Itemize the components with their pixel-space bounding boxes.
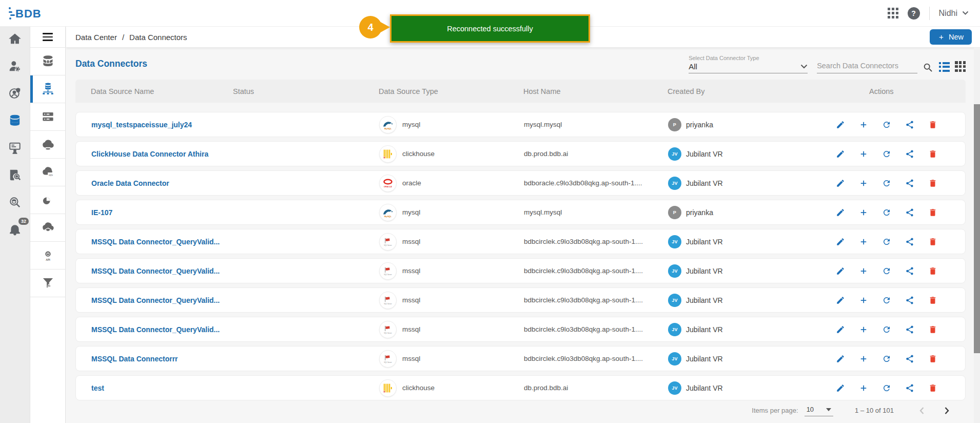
share-button[interactable]	[905, 266, 914, 276]
add-button[interactable]	[859, 325, 868, 334]
share-icon	[905, 266, 914, 276]
edit-button[interactable]	[836, 266, 845, 276]
breadcrumb-data-connectors[interactable]: Data Connectors	[129, 33, 187, 42]
refresh-button[interactable]	[882, 237, 891, 246]
menu-item-data-stores[interactable]	[30, 103, 65, 131]
menu-item-data-funnel[interactable]	[30, 270, 65, 297]
search-input[interactable]	[817, 60, 917, 73]
menu-item-api-connectors[interactable]	[30, 242, 65, 270]
connector-name-link[interactable]: MSSQL Data Connector_QueryValid...	[91, 267, 220, 275]
add-button[interactable]	[859, 179, 868, 188]
edit-button[interactable]	[836, 120, 845, 129]
add-plus-icon	[859, 120, 868, 129]
edit-button[interactable]	[836, 383, 845, 393]
delete-button[interactable]	[928, 354, 937, 363]
delete-button[interactable]	[928, 237, 937, 246]
add-button[interactable]	[859, 149, 868, 159]
add-button[interactable]	[859, 383, 868, 393]
apps-launcher-button[interactable]	[888, 8, 898, 18]
sidebar-item-home[interactable]	[7, 32, 23, 46]
bdb-logo[interactable]: BDB	[7, 5, 51, 22]
connector-type-select[interactable]: Select Data Connector Type All	[689, 55, 808, 73]
connector-name-link[interactable]: MSSQL Data Connectorrr	[91, 355, 178, 363]
add-button[interactable]	[859, 354, 868, 363]
grid-view-button[interactable]	[955, 61, 966, 72]
add-button[interactable]	[859, 296, 868, 305]
sidebar-item-user-info[interactable]	[7, 86, 23, 101]
search-button[interactable]	[923, 62, 934, 73]
add-button[interactable]	[859, 208, 868, 217]
previous-page-button[interactable]	[917, 406, 927, 415]
edit-button[interactable]	[836, 149, 845, 159]
edit-button[interactable]	[836, 354, 845, 363]
menu-item-data-center[interactable]	[30, 48, 65, 75]
menu-item-cloud-storage[interactable]	[30, 214, 65, 242]
user-menu[interactable]: Nidhi	[939, 9, 969, 18]
refresh-button[interactable]	[882, 325, 891, 334]
delete-button[interactable]	[928, 325, 937, 334]
refresh-button[interactable]	[882, 266, 891, 276]
menu-toggle-button[interactable]	[30, 27, 65, 48]
breadcrumb-data-center[interactable]: Data Center	[75, 33, 117, 42]
delete-button[interactable]	[928, 266, 937, 276]
items-per-page-select[interactable]: 10	[805, 405, 833, 416]
edit-button[interactable]	[836, 325, 845, 334]
refresh-button[interactable]	[882, 354, 891, 363]
refresh-button[interactable]	[882, 208, 891, 217]
connector-name-link[interactable]: test	[91, 384, 104, 392]
refresh-button[interactable]	[882, 120, 891, 129]
new-button[interactable]: New	[930, 29, 972, 45]
list-view-button[interactable]	[939, 62, 950, 72]
connector-name-link[interactable]: MSSQL Data Connector_QueryValid...	[91, 325, 220, 334]
delete-button[interactable]	[928, 179, 937, 188]
share-button[interactable]	[905, 325, 914, 334]
add-button[interactable]	[859, 237, 868, 246]
share-button[interactable]	[905, 208, 914, 217]
share-icon	[905, 179, 914, 188]
next-page-button[interactable]	[942, 406, 951, 415]
edit-button[interactable]	[836, 296, 845, 305]
edit-button[interactable]	[836, 237, 845, 246]
connector-name-link[interactable]: ClickHouse Data Connector Athira	[91, 150, 208, 158]
connector-name-link[interactable]: IE-107	[91, 208, 112, 217]
share-button[interactable]	[905, 237, 914, 246]
connector-name-link[interactable]: Oracle Data Connector	[91, 179, 169, 187]
share-button[interactable]	[905, 120, 914, 129]
refresh-button[interactable]	[882, 383, 891, 393]
add-plus-icon	[859, 354, 868, 363]
add-button[interactable]	[859, 120, 868, 129]
add-button[interactable]	[859, 266, 868, 276]
share-button[interactable]	[905, 354, 914, 363]
connector-name-link[interactable]: mysql_testspaceissue_july24	[91, 121, 192, 129]
menu-item-cloud-code[interactable]	[30, 159, 65, 186]
sidebar-item-data-center[interactable]	[7, 113, 23, 128]
sidebar-item-presentation[interactable]	[7, 141, 23, 155]
sidebar-item-notifications[interactable]: 32	[7, 222, 23, 237]
edit-button[interactable]	[836, 179, 845, 188]
help-button[interactable]: ?	[908, 7, 920, 20]
menu-item-data-connectors[interactable]	[30, 75, 65, 103]
refresh-button[interactable]	[882, 179, 891, 188]
menu-item-data-sandbox[interactable]	[30, 131, 65, 159]
share-button[interactable]	[905, 179, 914, 188]
connector-name-link[interactable]: MSSQL Data Connector_QueryValid...	[91, 238, 220, 246]
sidebar-item-user-settings[interactable]	[7, 59, 23, 73]
connector-name-link[interactable]: MSSQL Data Connector_QueryValid...	[91, 296, 220, 304]
share-button[interactable]	[905, 149, 914, 159]
delete-button[interactable]	[928, 120, 937, 129]
share-button[interactable]	[905, 296, 914, 305]
share-button[interactable]	[905, 383, 914, 393]
scrollbar-track[interactable]	[974, 48, 980, 423]
delete-button[interactable]	[928, 208, 937, 217]
refresh-button[interactable]	[882, 149, 891, 159]
menu-item-data-preparation[interactable]	[30, 186, 65, 214]
delete-button[interactable]	[928, 149, 937, 159]
edit-button[interactable]	[836, 208, 845, 217]
sidebar-item-data-catalog[interactable]	[7, 168, 23, 182]
column-header-data-source-type: Data Source Type	[379, 87, 523, 95]
refresh-button[interactable]	[882, 296, 891, 305]
scrollbar-thumb[interactable]	[974, 104, 980, 353]
sidebar-item-data-search[interactable]	[7, 195, 23, 209]
delete-button[interactable]	[928, 296, 937, 305]
delete-button[interactable]	[928, 383, 937, 393]
